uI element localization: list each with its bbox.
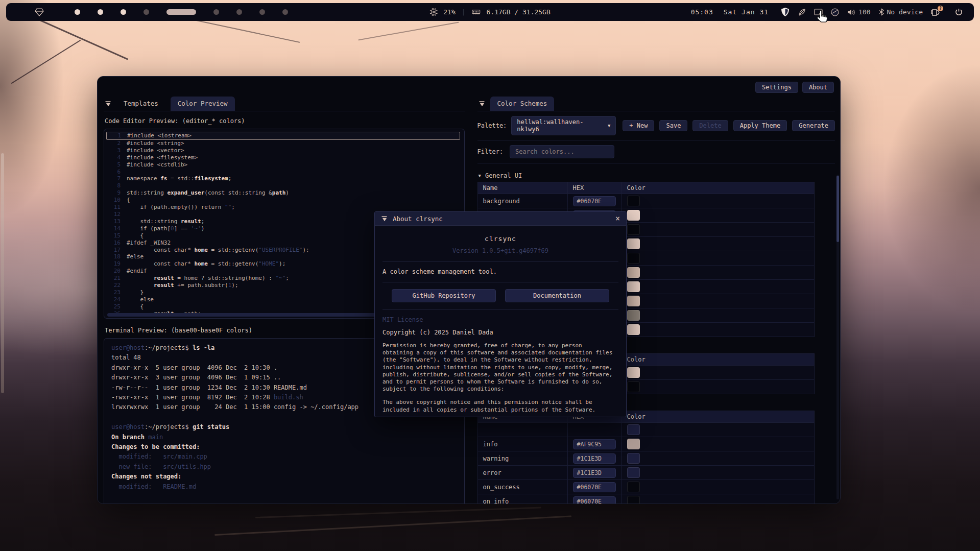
- workspace-dot-6[interactable]: [213, 9, 219, 15]
- filter-funnel-icon: [105, 101, 111, 107]
- apply-theme-button[interactable]: Apply Theme: [733, 120, 787, 131]
- table-row[interactable]: error#1C1E3D: [477, 466, 814, 480]
- color-swatch[interactable]: [627, 496, 640, 504]
- color-swatch[interactable]: [627, 281, 640, 292]
- color-swatch[interactable]: [627, 482, 640, 492]
- table-row[interactable]: on_info#06070E: [477, 494, 814, 505]
- color-swatch[interactable]: [627, 224, 640, 235]
- documentation-button[interactable]: Documentation: [505, 289, 609, 302]
- workspace-dot-9[interactable]: [282, 9, 288, 15]
- cpu-icon: [429, 8, 437, 16]
- scrollbar-thumb[interactable]: [836, 176, 839, 242]
- color-swatch[interactable]: [627, 238, 640, 249]
- clock-date: Sat Jan 31: [724, 8, 769, 16]
- palette-label: Palette:: [477, 122, 507, 129]
- filter-funnel-icon: [479, 101, 485, 107]
- code-line: 3#include <vector>: [106, 147, 460, 154]
- preview-tabbar: Templates Color Preview: [104, 93, 465, 111]
- settings-button[interactable]: Settings: [755, 82, 798, 93]
- tab-color-schemes[interactable]: Color Schemes: [490, 97, 555, 111]
- filter-row: Filter:: [477, 145, 835, 158]
- hex-value-field[interactable]: #1C1E3D: [573, 468, 616, 478]
- column-header: Color: [622, 182, 814, 194]
- color-swatch[interactable]: [627, 310, 640, 321]
- color-swatch[interactable]: [627, 439, 640, 449]
- clock-time: 05:03: [691, 8, 713, 16]
- color-swatch[interactable]: [627, 324, 640, 335]
- color-swatch[interactable]: [627, 467, 640, 478]
- color-swatch[interactable]: [627, 296, 640, 306]
- notifications[interactable]: ?: [931, 8, 940, 16]
- divider: [383, 309, 618, 309]
- app-name: clrsync: [383, 235, 618, 243]
- filter-label: Filter:: [477, 148, 504, 155]
- workspace-dot-5[interactable]: [166, 9, 196, 15]
- code-line: 1#include <iostream>: [106, 132, 460, 140]
- column-header: Name: [477, 182, 567, 194]
- color-swatch[interactable]: [627, 381, 640, 392]
- hex-value-field[interactable]: #06070E: [573, 496, 616, 505]
- code-line: 11 if (path.empty()) return "";: [106, 204, 460, 211]
- hex-value-field[interactable]: #AF9C95: [573, 439, 616, 449]
- workspace-dot-3[interactable]: [121, 9, 126, 15]
- power-icon[interactable]: [955, 8, 963, 16]
- terminal-line: On branch main: [111, 433, 457, 442]
- code-line: 5#include <cstdlib>: [106, 161, 460, 169]
- app-description: A color scheme management tool.: [383, 268, 618, 275]
- table-row[interactable]: on_success#06070E: [477, 480, 814, 494]
- bluetooth-status[interactable]: No device: [879, 8, 923, 16]
- github-repository-button[interactable]: GitHub Repository: [392, 289, 496, 302]
- terminal-line: modified: src/main.cpp: [111, 452, 457, 462]
- workspace-dot-7[interactable]: [236, 9, 242, 15]
- bluetooth-icon: [879, 8, 884, 16]
- table-row[interactable]: background#06070E: [477, 194, 814, 208]
- gem-logo-icon[interactable]: [35, 8, 44, 16]
- code-line: 4#include <filesystem>: [106, 154, 460, 161]
- filter-funnel-icon: [381, 215, 388, 222]
- palette-value: hellwal:wallhaven-nk1wy6: [517, 118, 604, 133]
- bluetooth-device: No device: [887, 8, 923, 16]
- hex-value-field[interactable]: #06070E: [573, 196, 616, 206]
- volume-level: 100: [858, 8, 870, 16]
- cpu-usage: 21%: [443, 8, 455, 16]
- workspace-dot-2[interactable]: [98, 9, 103, 15]
- workspace-dot-8[interactable]: [259, 9, 265, 15]
- color-swatch[interactable]: [627, 253, 640, 263]
- table-row[interactable]: info#AF9C95: [477, 437, 814, 451]
- vertical-scrollbar[interactable]: [836, 175, 839, 499]
- memory-icon: [472, 9, 481, 15]
- color-swatch[interactable]: [627, 267, 640, 278]
- close-icon[interactable]: ×: [615, 214, 620, 223]
- terminal-line: [111, 492, 457, 501]
- shield-icon[interactable]: [781, 8, 790, 16]
- generate-button[interactable]: Generate: [792, 120, 835, 131]
- column-header: Color: [622, 354, 814, 366]
- section-title[interactable]: ▼General UI: [477, 170, 816, 182]
- delete-button[interactable]: Delete: [692, 120, 728, 131]
- palette-dropdown[interactable]: hellwal:wallhaven-nk1wy6 ▼: [511, 116, 616, 135]
- search-input[interactable]: [510, 145, 614, 158]
- stat-separator: |: [462, 8, 466, 16]
- color-swatch[interactable]: [627, 196, 640, 206]
- volume-control[interactable]: 100: [847, 8, 870, 16]
- tab-color-preview[interactable]: Color Preview: [171, 97, 235, 111]
- save-button[interactable]: Save: [659, 120, 687, 131]
- editor-preview-title: Code Editor Preview: (editor_* colors): [105, 117, 464, 125]
- about-button[interactable]: About: [802, 82, 834, 93]
- workspace-dot-4[interactable]: [144, 9, 149, 15]
- hex-value-field[interactable]: #06070E: [573, 482, 616, 492]
- new-button[interactable]: + New: [623, 120, 654, 131]
- sphere-icon[interactable]: [831, 8, 839, 16]
- tab-templates[interactable]: Templates: [116, 97, 165, 111]
- table-row[interactable]: warning#1C1E3D: [477, 451, 814, 466]
- palette-actions: + NewSaveDeleteApply ThemeGenerate: [623, 120, 835, 131]
- color-swatch[interactable]: [627, 424, 640, 435]
- color-swatch[interactable]: [627, 210, 640, 221]
- hex-value-field[interactable]: #1C1E3D: [573, 453, 616, 464]
- workspace-dot-1[interactable]: [75, 9, 80, 15]
- color-swatch[interactable]: [627, 453, 640, 464]
- color-swatch[interactable]: [627, 367, 640, 378]
- table-row[interactable]: [477, 423, 814, 437]
- color-name: warning: [477, 451, 567, 466]
- feather-icon[interactable]: [798, 8, 806, 16]
